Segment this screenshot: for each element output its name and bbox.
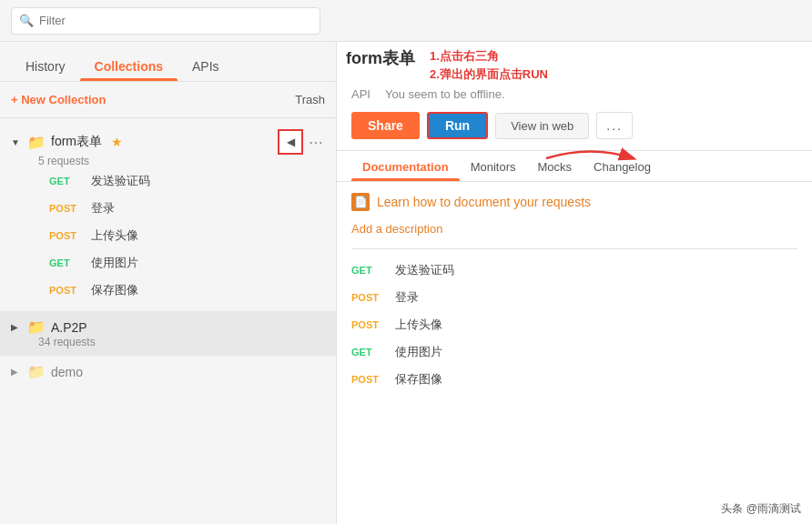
collection-name[interactable]: A.P2P xyxy=(51,320,87,335)
tab-documentation[interactable]: Documentation xyxy=(351,151,460,181)
request-item[interactable]: POST 登录 xyxy=(11,195,325,222)
collection-form-header: ▼ 📁 form表单 ★ ◀ ⋯ xyxy=(11,129,325,155)
folder-icon: 📁 xyxy=(27,134,46,151)
right-request-item[interactable]: POST 保存图像 xyxy=(351,366,797,393)
method-badge-get: GET xyxy=(351,347,384,358)
method-badge-post: POST xyxy=(351,374,384,385)
collection-list: ▼ 📁 form表单 ★ ◀ ⋯ 5 requests GET 发送验证码 xyxy=(0,118,336,524)
run-button[interactable]: Run xyxy=(427,112,488,139)
request-name: 使用图片 xyxy=(395,344,442,360)
api-row: API You seem to be offline. xyxy=(337,42,812,105)
method-badge-post: POST xyxy=(351,292,384,303)
collapse-button[interactable]: ◀ xyxy=(278,129,303,155)
new-collection-button[interactable]: + New Collection xyxy=(11,89,106,110)
view-in-web-button[interactable]: View in web xyxy=(495,113,589,139)
tab-mocks[interactable]: Mocks xyxy=(526,151,583,181)
learn-link-icon: 📄 xyxy=(351,193,370,211)
sidebar: History Collections APIs + New Collectio… xyxy=(0,42,337,524)
search-icon: 🔍 xyxy=(19,14,34,27)
request-item[interactable]: GET 使用图片 xyxy=(11,249,325,277)
trash-button[interactable]: Trash xyxy=(295,93,325,106)
request-name: 登录 xyxy=(91,200,115,217)
request-name: 保存图像 xyxy=(91,282,138,298)
collection-form: ▼ 📁 form表单 ★ ◀ ⋯ 5 requests GET 发送验证码 xyxy=(0,122,336,311)
sidebar-tabs: History Collections APIs xyxy=(0,42,336,82)
request-name: 使用图片 xyxy=(91,255,138,271)
collection-name[interactable]: demo xyxy=(51,365,83,379)
learn-link-text: Learn how to document your requests xyxy=(377,195,591,209)
chevron-right-icon: ▶ xyxy=(11,322,22,332)
search-input[interactable] xyxy=(39,14,312,27)
action-buttons: Share Run View in web ... xyxy=(337,105,812,151)
method-badge-post: POST xyxy=(49,230,82,241)
divider xyxy=(351,248,797,249)
share-button[interactable]: Share xyxy=(351,112,420,139)
collection-form-header-left: ▼ 📁 form表单 ★ xyxy=(11,134,123,151)
right-request-item[interactable]: POST 上传头像 xyxy=(351,311,797,338)
collection-requests-count: 5 requests xyxy=(38,155,325,167)
collection-name[interactable]: form表单 xyxy=(51,134,102,150)
request-item[interactable]: POST 上传头像 xyxy=(11,222,325,249)
method-badge-post: POST xyxy=(49,203,82,214)
request-name: 发送验证码 xyxy=(91,173,150,189)
request-name: 上传头像 xyxy=(395,317,442,333)
more-options-button[interactable]: ⋯ xyxy=(309,134,325,151)
sidebar-toolbar: + New Collection Trash xyxy=(0,82,336,118)
right-panel: form表单 1.点击右三角 2.弹出的界面点击RUN API You seem… xyxy=(337,42,812,524)
collection-ap2p[interactable]: ▶ 📁 A.P2P 34 requests xyxy=(0,311,336,356)
request-name: 上传头像 xyxy=(91,227,138,244)
request-name: 保存图像 xyxy=(395,371,442,388)
star-icon: ★ xyxy=(111,135,123,149)
collection-demo-header-left: ▶ 📁 demo xyxy=(11,363,83,380)
tab-monitors[interactable]: Monitors xyxy=(460,151,527,181)
collection-demo[interactable]: ▶ 📁 demo xyxy=(0,356,336,388)
right-panel-tabs: Documentation Monitors Mocks Changelog xyxy=(337,151,812,182)
main-layout: History Collections APIs + New Collectio… xyxy=(0,42,812,524)
method-badge-get: GET xyxy=(49,176,82,186)
top-bar: 🔍 xyxy=(0,0,812,42)
right-content: 📄 Learn how to document your requests Ad… xyxy=(337,182,812,524)
folder-icon: 📁 xyxy=(27,318,46,336)
tab-history[interactable]: History xyxy=(11,50,80,81)
request-item[interactable]: POST 保存图像 xyxy=(11,277,325,304)
collection-demo-header: ▶ 📁 demo xyxy=(11,363,325,380)
request-name: 登录 xyxy=(395,289,419,306)
chevron-down-icon: ▼ xyxy=(11,137,22,147)
request-name: 发送验证码 xyxy=(395,262,454,278)
folder-icon: 📁 xyxy=(27,363,46,380)
collection-ap2p-header-left: ▶ 📁 A.P2P xyxy=(11,318,87,336)
learn-link[interactable]: 📄 Learn how to document your requests xyxy=(351,193,797,211)
tab-apis[interactable]: APIs xyxy=(178,50,234,81)
chevron-right-icon: ▶ xyxy=(11,367,22,377)
tab-changelog[interactable]: Changelog xyxy=(583,151,662,181)
collection-requests-count: 34 requests xyxy=(38,336,325,348)
method-badge-post: POST xyxy=(49,285,82,296)
right-request-item[interactable]: GET 使用图片 xyxy=(351,338,797,366)
tab-collections[interactable]: Collections xyxy=(80,50,178,81)
search-box: 🔍 xyxy=(11,7,320,35)
right-request-item[interactable]: POST 登录 xyxy=(351,284,797,311)
watermark: 头条 @雨滴测试 xyxy=(721,501,801,517)
right-request-item[interactable]: GET 发送验证码 xyxy=(351,257,797,284)
add-description[interactable]: Add a description xyxy=(351,222,797,236)
method-badge-get: GET xyxy=(351,265,384,276)
offline-text: You seem to be offline. xyxy=(385,87,505,101)
method-badge-get: GET xyxy=(49,257,82,268)
api-label: API xyxy=(351,87,370,101)
method-badge-post: POST xyxy=(351,319,384,330)
collection-ap2p-header: ▶ 📁 A.P2P xyxy=(11,318,325,336)
more-button[interactable]: ... xyxy=(596,112,633,139)
request-item[interactable]: GET 发送验证码 xyxy=(11,167,325,195)
